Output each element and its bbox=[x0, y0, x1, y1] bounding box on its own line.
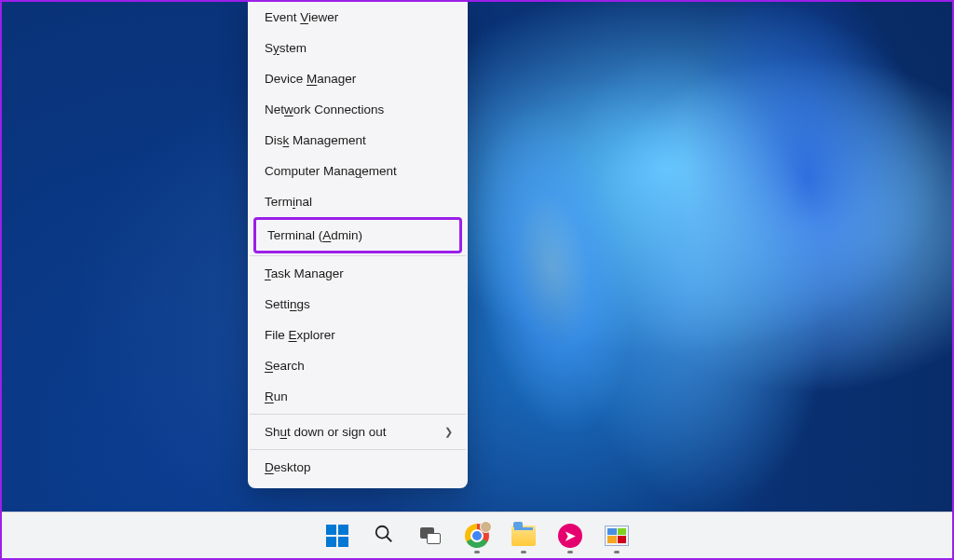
menu-item-label: Shut down or sign out bbox=[265, 425, 387, 439]
menu-disk-management[interactable]: Disk Management bbox=[248, 125, 468, 156]
menu-shutdown-signout[interactable]: Shut down or sign out❯ bbox=[248, 417, 468, 447]
search-button[interactable] bbox=[365, 517, 402, 554]
menu-item-label: File Explorer bbox=[265, 328, 335, 342]
file-explorer-app[interactable] bbox=[505, 517, 542, 554]
menu-separator bbox=[250, 414, 466, 415]
menu-task-manager[interactable]: Task Manager bbox=[248, 258, 468, 289]
menu-separator bbox=[250, 255, 466, 256]
control-panel-app[interactable] bbox=[598, 517, 635, 554]
menu-item-label: Desktop bbox=[265, 460, 311, 474]
menu-network-connections[interactable]: Network Connections bbox=[248, 94, 468, 125]
menu-separator bbox=[250, 449, 466, 450]
svg-point-0 bbox=[376, 526, 388, 538]
search-icon bbox=[374, 524, 394, 548]
menu-desktop[interactable]: Desktop bbox=[248, 452, 468, 483]
menu-computer-management[interactable]: Computer Management bbox=[248, 156, 468, 186]
file-explorer-icon bbox=[511, 526, 536, 546]
menu-item-label: Device Manager bbox=[265, 72, 356, 86]
menu-item-label: Terminal bbox=[265, 195, 312, 209]
running-indicator bbox=[474, 551, 480, 553]
menu-item-label: Terminal (Admin) bbox=[267, 228, 362, 242]
chrome-app[interactable] bbox=[458, 517, 496, 554]
pink-app[interactable]: ➤ bbox=[552, 517, 589, 554]
menu-search[interactable]: Search bbox=[248, 350, 468, 381]
windows-logo-icon bbox=[326, 525, 348, 547]
app-icon: ➤ bbox=[558, 524, 582, 548]
task-view-button[interactable] bbox=[412, 517, 449, 554]
menu-system[interactable]: System bbox=[248, 33, 468, 63]
menu-item-label: Run bbox=[265, 389, 288, 403]
menu-event-viewer[interactable]: Event Viewer bbox=[248, 2, 468, 33]
annotation-highlight: Terminal (Admin) bbox=[253, 217, 462, 253]
menu-file-explorer[interactable]: File Explorer bbox=[248, 320, 468, 350]
profile-badge bbox=[480, 521, 492, 533]
running-indicator bbox=[521, 551, 526, 553]
desktop-wallpaper bbox=[2, 2, 952, 558]
menu-device-manager[interactable]: Device Manager bbox=[248, 63, 468, 94]
menu-item-label: Computer Management bbox=[265, 164, 397, 178]
menu-terminal[interactable]: Terminal bbox=[248, 186, 468, 217]
control-panel-icon bbox=[605, 526, 629, 546]
menu-settings[interactable]: Settings bbox=[248, 289, 468, 320]
svg-line-1 bbox=[387, 536, 392, 541]
menu-item-label: Network Connections bbox=[265, 102, 384, 116]
menu-item-label: System bbox=[265, 41, 307, 55]
running-indicator bbox=[567, 551, 573, 553]
running-indicator bbox=[614, 551, 620, 553]
chrome-icon bbox=[465, 524, 489, 548]
menu-run[interactable]: Run bbox=[248, 381, 468, 412]
taskbar: ➤ bbox=[2, 512, 952, 558]
wallpaper-swirl bbox=[0, 0, 954, 560]
menu-item-label: Disk Management bbox=[265, 133, 366, 147]
menu-item-label: Event Viewer bbox=[265, 10, 338, 24]
menu-item-label: Settings bbox=[265, 297, 310, 311]
menu-item-label: Task Manager bbox=[265, 266, 344, 280]
menu-terminal-admin[interactable]: Terminal (Admin) bbox=[256, 220, 459, 251]
menu-item-label: Search bbox=[265, 359, 305, 373]
winx-context-menu: Event ViewerSystemDevice ManagerNetwork … bbox=[248, 2, 468, 488]
start-button[interactable] bbox=[319, 517, 356, 554]
chevron-right-icon: ❯ bbox=[444, 426, 453, 438]
task-view-icon bbox=[420, 527, 441, 544]
